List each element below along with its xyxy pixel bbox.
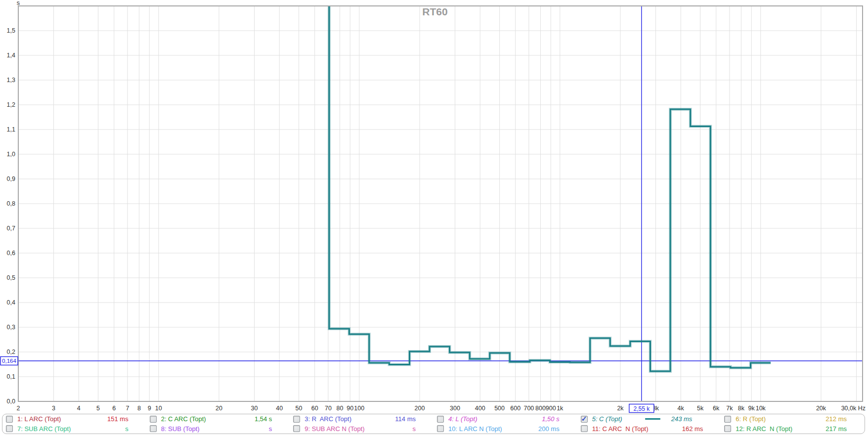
svg-text:0,4: 0,4	[7, 299, 15, 306]
svg-text:40: 40	[276, 405, 283, 412]
legend-item-12: 12: R ARC N (Topt)217 ms	[721, 424, 865, 434]
svg-text:90: 90	[347, 405, 353, 412]
svg-text:6: 6	[112, 405, 116, 412]
svg-text:4: 4	[77, 405, 81, 412]
legend-checkbox-10[interactable]	[437, 425, 444, 432]
legend-checkbox-4[interactable]	[437, 416, 444, 423]
svg-text:50: 50	[296, 405, 303, 412]
legend-item-4: 4: L (Topt)1,50 s	[434, 414, 577, 424]
svg-text:9: 9	[148, 405, 151, 412]
cursor-y-value: 0,164	[2, 358, 16, 364]
legend-checkbox-3[interactable]	[293, 416, 300, 423]
svg-text:60: 60	[311, 405, 318, 412]
checkmark-icon: ✓	[581, 415, 587, 423]
legend-trace-label: 4: L (Topt)	[448, 415, 477, 423]
svg-text:100: 100	[354, 405, 364, 412]
svg-text:0,5: 0,5	[7, 274, 15, 281]
legend-trace-value: 217 ms	[825, 425, 847, 433]
svg-text:20k: 20k	[816, 405, 826, 412]
rt60-measurement-window: RT600,00,10,20,30,40,50,60,70,80,91,01,1…	[0, 0, 868, 436]
svg-text:80: 80	[336, 405, 343, 412]
cursor-x-readout[interactable]: 2,55 k	[629, 404, 654, 413]
legend-trace-value: 200 ms	[538, 425, 560, 433]
svg-text:2: 2	[17, 405, 20, 412]
trace-line-sample	[645, 418, 660, 420]
legend-trace-value: s	[125, 425, 129, 433]
legend-item-2: 2: C ARC (Topt)1,54 s	[146, 414, 290, 424]
legend-trace-value: 212 ms	[825, 415, 847, 423]
svg-text:10k: 10k	[756, 405, 766, 412]
legend-trace-value: 1,54 s	[255, 415, 272, 423]
svg-text:700: 700	[523, 405, 534, 412]
legend-checkbox-5[interactable]: ✓	[581, 416, 588, 423]
legend-item-5: ✓5: C (Topt)243 ms	[577, 414, 721, 424]
legend-trace-value: 151 ms	[107, 415, 129, 423]
svg-text:0,6: 0,6	[7, 250, 15, 257]
legend-checkbox-12[interactable]	[724, 425, 731, 432]
svg-text:0,7: 0,7	[7, 225, 15, 232]
legend-trace-label: 3: R ARC (Topt)	[304, 415, 351, 423]
svg-text:300: 300	[450, 405, 460, 412]
svg-text:1,2: 1,2	[7, 101, 15, 108]
svg-text:70: 70	[325, 405, 332, 412]
legend-trace-value: s	[269, 425, 272, 433]
legend-checkbox-9[interactable]	[293, 425, 300, 432]
svg-text:0,2: 0,2	[7, 349, 15, 355]
legend-item-6: 6: R (Topt)212 ms	[721, 414, 865, 424]
svg-text:1,0: 1,0	[7, 151, 15, 158]
svg-text:30,0k Hz: 30,0k Hz	[841, 405, 866, 412]
legend-trace-label: 11: C ARC N (Topt)	[592, 425, 649, 433]
legend-trace-label: 5: C (Topt)	[592, 415, 622, 423]
svg-text:10: 10	[155, 405, 162, 412]
cursor-y-readout[interactable]: 0,164	[0, 357, 18, 365]
legend-trace-label: 8: SUB (Topt)	[161, 425, 200, 433]
svg-text:3: 3	[52, 405, 55, 412]
svg-text:400: 400	[475, 405, 485, 412]
svg-text:9k: 9k	[748, 405, 755, 412]
svg-text:1,3: 1,3	[7, 77, 15, 84]
legend-panel: 1: L ARC (Topt)151 ms2: C ARC (Topt)1,54…	[2, 414, 865, 434]
legend-checkbox-6[interactable]	[724, 416, 731, 423]
svg-text:800: 800	[535, 405, 546, 412]
svg-text:8k: 8k	[738, 405, 745, 412]
svg-text:30: 30	[251, 405, 258, 412]
svg-text:6k: 6k	[713, 405, 720, 412]
svg-text:0,3: 0,3	[7, 324, 15, 331]
legend-checkbox-2[interactable]	[150, 416, 157, 423]
svg-text:2k: 2k	[617, 405, 624, 412]
rt60-plot[interactable]: RT600,00,10,20,30,40,50,60,70,80,91,01,1…	[0, 0, 868, 414]
svg-text:200: 200	[415, 405, 425, 412]
legend-item-11: 11: C ARC N (Topt)162 ms	[577, 424, 721, 434]
legend-checkbox-1[interactable]	[6, 416, 13, 423]
svg-text:1,5: 1,5	[7, 27, 15, 34]
legend-trace-label: 7: SUB ARC (Topt)	[17, 425, 71, 433]
legend-item-1: 1: L ARC (Topt)151 ms	[2, 414, 146, 424]
svg-text:7: 7	[126, 405, 129, 412]
svg-text:500: 500	[494, 405, 505, 412]
svg-text:8: 8	[137, 405, 141, 412]
legend-checkbox-8[interactable]	[150, 425, 157, 432]
svg-text:0,8: 0,8	[7, 200, 15, 207]
legend-item-8: 8: SUB (Topt)s	[146, 424, 290, 434]
svg-text:20: 20	[216, 405, 222, 412]
legend-trace-label: 9: SUB ARC N (Topt)	[304, 425, 364, 433]
svg-text:1,4: 1,4	[7, 52, 15, 59]
legend-trace-value: 114 ms	[395, 415, 416, 423]
svg-text:600: 600	[510, 405, 521, 412]
svg-text:1k: 1k	[557, 405, 564, 412]
x-axis-labels: 2345678910203040506070809010020030040050…	[17, 405, 866, 412]
chart-title: RT60	[422, 6, 447, 17]
legend-trace-label: 12: R ARC N (Topt)	[736, 425, 792, 433]
legend-item-9: 9: SUB ARC N (Topt)s	[290, 424, 434, 434]
svg-text:1,1: 1,1	[7, 126, 15, 133]
legend-item-3: 3: R ARC (Topt)114 ms	[290, 414, 434, 424]
legend-trace-value: s	[412, 425, 416, 433]
legend-checkbox-7[interactable]	[6, 425, 13, 432]
svg-text:4k: 4k	[678, 405, 685, 412]
legend-trace-label: 1: L ARC (Topt)	[17, 415, 61, 423]
legend-trace-value: 1,50 s	[542, 415, 559, 423]
svg-text:7k: 7k	[726, 405, 733, 412]
legend-item-10: 10: L ARC N (Topt)200 ms	[434, 424, 577, 434]
svg-text:0,9: 0,9	[7, 175, 15, 182]
legend-checkbox-11[interactable]	[581, 425, 588, 432]
